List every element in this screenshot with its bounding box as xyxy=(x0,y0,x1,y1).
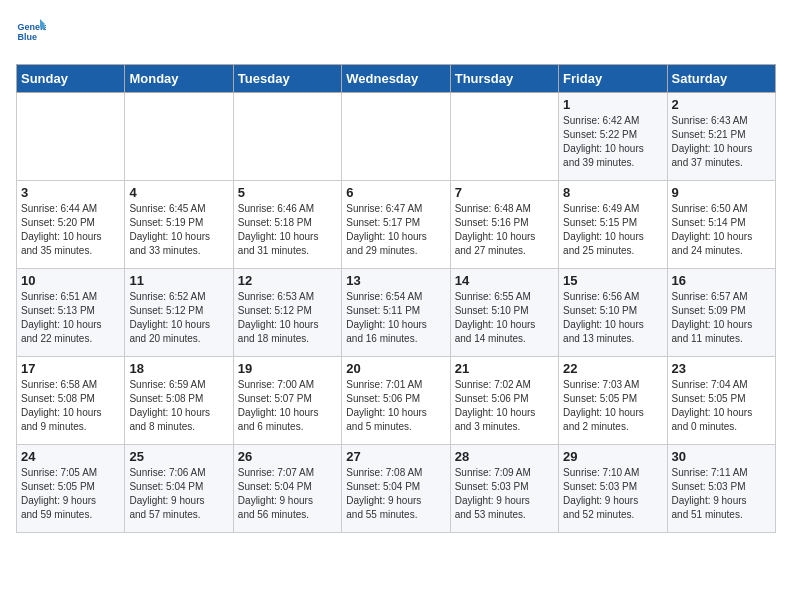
calendar-cell: 20Sunrise: 7:01 AM Sunset: 5:06 PM Dayli… xyxy=(342,357,450,445)
column-header-friday: Friday xyxy=(559,65,667,93)
day-number: 26 xyxy=(238,449,337,464)
calendar-cell: 29Sunrise: 7:10 AM Sunset: 5:03 PM Dayli… xyxy=(559,445,667,533)
day-number: 19 xyxy=(238,361,337,376)
day-info: Sunrise: 7:07 AM Sunset: 5:04 PM Dayligh… xyxy=(238,466,337,522)
calendar-cell: 11Sunrise: 6:52 AM Sunset: 5:12 PM Dayli… xyxy=(125,269,233,357)
day-number: 6 xyxy=(346,185,445,200)
calendar-body: 1Sunrise: 6:42 AM Sunset: 5:22 PM Daylig… xyxy=(17,93,776,533)
day-number: 25 xyxy=(129,449,228,464)
calendar-week-row: 3Sunrise: 6:44 AM Sunset: 5:20 PM Daylig… xyxy=(17,181,776,269)
calendar-cell: 21Sunrise: 7:02 AM Sunset: 5:06 PM Dayli… xyxy=(450,357,558,445)
day-info: Sunrise: 7:04 AM Sunset: 5:05 PM Dayligh… xyxy=(672,378,771,434)
day-info: Sunrise: 6:58 AM Sunset: 5:08 PM Dayligh… xyxy=(21,378,120,434)
day-number: 14 xyxy=(455,273,554,288)
page-header: General Blue xyxy=(16,16,776,54)
calendar-week-row: 1Sunrise: 6:42 AM Sunset: 5:22 PM Daylig… xyxy=(17,93,776,181)
column-header-tuesday: Tuesday xyxy=(233,65,341,93)
calendar-cell: 17Sunrise: 6:58 AM Sunset: 5:08 PM Dayli… xyxy=(17,357,125,445)
calendar-cell: 22Sunrise: 7:03 AM Sunset: 5:05 PM Dayli… xyxy=(559,357,667,445)
day-number: 5 xyxy=(238,185,337,200)
day-info: Sunrise: 6:43 AM Sunset: 5:21 PM Dayligh… xyxy=(672,114,771,170)
calendar-cell: 23Sunrise: 7:04 AM Sunset: 5:05 PM Dayli… xyxy=(667,357,775,445)
calendar-cell: 19Sunrise: 7:00 AM Sunset: 5:07 PM Dayli… xyxy=(233,357,341,445)
calendar-cell: 18Sunrise: 6:59 AM Sunset: 5:08 PM Dayli… xyxy=(125,357,233,445)
day-info: Sunrise: 6:56 AM Sunset: 5:10 PM Dayligh… xyxy=(563,290,662,346)
day-info: Sunrise: 6:46 AM Sunset: 5:18 PM Dayligh… xyxy=(238,202,337,258)
column-header-monday: Monday xyxy=(125,65,233,93)
day-info: Sunrise: 7:03 AM Sunset: 5:05 PM Dayligh… xyxy=(563,378,662,434)
day-info: Sunrise: 7:10 AM Sunset: 5:03 PM Dayligh… xyxy=(563,466,662,522)
calendar-cell xyxy=(17,93,125,181)
day-number: 10 xyxy=(21,273,120,288)
day-number: 9 xyxy=(672,185,771,200)
calendar-cell: 26Sunrise: 7:07 AM Sunset: 5:04 PM Dayli… xyxy=(233,445,341,533)
day-number: 18 xyxy=(129,361,228,376)
calendar-cell xyxy=(342,93,450,181)
calendar-cell: 8Sunrise: 6:49 AM Sunset: 5:15 PM Daylig… xyxy=(559,181,667,269)
day-number: 4 xyxy=(129,185,228,200)
calendar-cell: 9Sunrise: 6:50 AM Sunset: 5:14 PM Daylig… xyxy=(667,181,775,269)
day-number: 2 xyxy=(672,97,771,112)
day-number: 13 xyxy=(346,273,445,288)
day-info: Sunrise: 6:47 AM Sunset: 5:17 PM Dayligh… xyxy=(346,202,445,258)
day-info: Sunrise: 6:49 AM Sunset: 5:15 PM Dayligh… xyxy=(563,202,662,258)
day-info: Sunrise: 6:50 AM Sunset: 5:14 PM Dayligh… xyxy=(672,202,771,258)
day-info: Sunrise: 6:52 AM Sunset: 5:12 PM Dayligh… xyxy=(129,290,228,346)
calendar-cell: 13Sunrise: 6:54 AM Sunset: 5:11 PM Dayli… xyxy=(342,269,450,357)
calendar-week-row: 10Sunrise: 6:51 AM Sunset: 5:13 PM Dayli… xyxy=(17,269,776,357)
day-number: 8 xyxy=(563,185,662,200)
day-number: 1 xyxy=(563,97,662,112)
calendar-week-row: 24Sunrise: 7:05 AM Sunset: 5:05 PM Dayli… xyxy=(17,445,776,533)
day-number: 22 xyxy=(563,361,662,376)
calendar-cell xyxy=(125,93,233,181)
svg-text:Blue: Blue xyxy=(18,32,38,42)
day-info: Sunrise: 7:01 AM Sunset: 5:06 PM Dayligh… xyxy=(346,378,445,434)
day-info: Sunrise: 6:57 AM Sunset: 5:09 PM Dayligh… xyxy=(672,290,771,346)
day-info: Sunrise: 6:42 AM Sunset: 5:22 PM Dayligh… xyxy=(563,114,662,170)
calendar-cell: 28Sunrise: 7:09 AM Sunset: 5:03 PM Dayli… xyxy=(450,445,558,533)
calendar-cell: 4Sunrise: 6:45 AM Sunset: 5:19 PM Daylig… xyxy=(125,181,233,269)
column-header-wednesday: Wednesday xyxy=(342,65,450,93)
calendar-cell: 12Sunrise: 6:53 AM Sunset: 5:12 PM Dayli… xyxy=(233,269,341,357)
logo-icon: General Blue xyxy=(16,16,46,46)
calendar-cell: 24Sunrise: 7:05 AM Sunset: 5:05 PM Dayli… xyxy=(17,445,125,533)
calendar-cell: 1Sunrise: 6:42 AM Sunset: 5:22 PM Daylig… xyxy=(559,93,667,181)
day-number: 15 xyxy=(563,273,662,288)
column-header-thursday: Thursday xyxy=(450,65,558,93)
day-number: 27 xyxy=(346,449,445,464)
day-info: Sunrise: 7:00 AM Sunset: 5:07 PM Dayligh… xyxy=(238,378,337,434)
day-info: Sunrise: 7:06 AM Sunset: 5:04 PM Dayligh… xyxy=(129,466,228,522)
day-info: Sunrise: 6:51 AM Sunset: 5:13 PM Dayligh… xyxy=(21,290,120,346)
day-info: Sunrise: 6:55 AM Sunset: 5:10 PM Dayligh… xyxy=(455,290,554,346)
calendar-cell: 10Sunrise: 6:51 AM Sunset: 5:13 PM Dayli… xyxy=(17,269,125,357)
day-info: Sunrise: 6:59 AM Sunset: 5:08 PM Dayligh… xyxy=(129,378,228,434)
day-number: 23 xyxy=(672,361,771,376)
day-info: Sunrise: 7:08 AM Sunset: 5:04 PM Dayligh… xyxy=(346,466,445,522)
day-info: Sunrise: 6:45 AM Sunset: 5:19 PM Dayligh… xyxy=(129,202,228,258)
column-header-sunday: Sunday xyxy=(17,65,125,93)
calendar-cell: 25Sunrise: 7:06 AM Sunset: 5:04 PM Dayli… xyxy=(125,445,233,533)
calendar-cell: 30Sunrise: 7:11 AM Sunset: 5:03 PM Dayli… xyxy=(667,445,775,533)
day-info: Sunrise: 6:53 AM Sunset: 5:12 PM Dayligh… xyxy=(238,290,337,346)
day-info: Sunrise: 7:05 AM Sunset: 5:05 PM Dayligh… xyxy=(21,466,120,522)
day-number: 16 xyxy=(672,273,771,288)
calendar-cell: 7Sunrise: 6:48 AM Sunset: 5:16 PM Daylig… xyxy=(450,181,558,269)
calendar-cell: 6Sunrise: 6:47 AM Sunset: 5:17 PM Daylig… xyxy=(342,181,450,269)
day-info: Sunrise: 7:11 AM Sunset: 5:03 PM Dayligh… xyxy=(672,466,771,522)
calendar-cell: 3Sunrise: 6:44 AM Sunset: 5:20 PM Daylig… xyxy=(17,181,125,269)
day-number: 20 xyxy=(346,361,445,376)
calendar-cell: 2Sunrise: 6:43 AM Sunset: 5:21 PM Daylig… xyxy=(667,93,775,181)
calendar-cell: 14Sunrise: 6:55 AM Sunset: 5:10 PM Dayli… xyxy=(450,269,558,357)
day-info: Sunrise: 6:44 AM Sunset: 5:20 PM Dayligh… xyxy=(21,202,120,258)
day-info: Sunrise: 6:48 AM Sunset: 5:16 PM Dayligh… xyxy=(455,202,554,258)
logo: General Blue xyxy=(16,16,50,46)
day-number: 30 xyxy=(672,449,771,464)
day-number: 29 xyxy=(563,449,662,464)
day-number: 3 xyxy=(21,185,120,200)
day-number: 7 xyxy=(455,185,554,200)
calendar-cell xyxy=(450,93,558,181)
day-number: 28 xyxy=(455,449,554,464)
calendar-cell: 16Sunrise: 6:57 AM Sunset: 5:09 PM Dayli… xyxy=(667,269,775,357)
day-number: 12 xyxy=(238,273,337,288)
calendar-cell xyxy=(233,93,341,181)
